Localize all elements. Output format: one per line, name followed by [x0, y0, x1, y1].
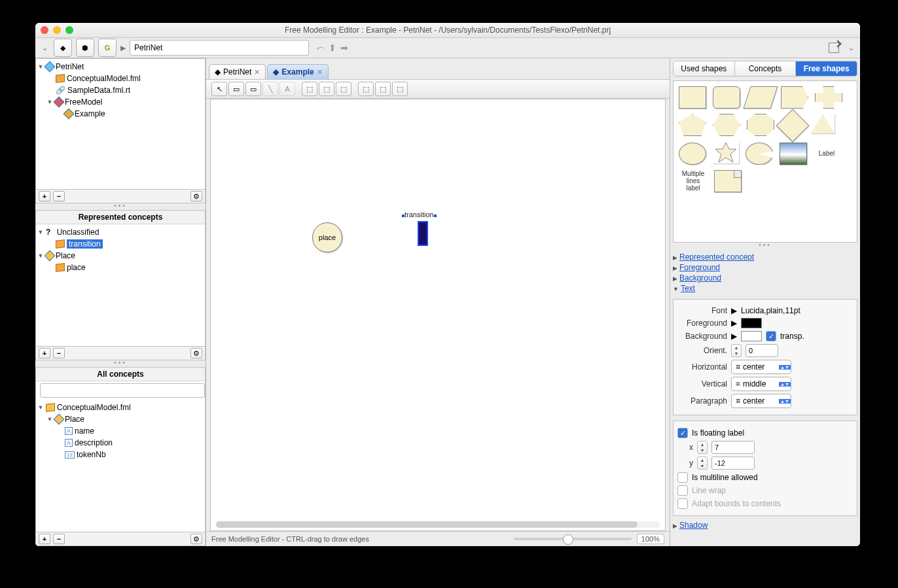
- shape-triangle[interactable]: [811, 114, 835, 133]
- sec-represented-concept[interactable]: Represented concept: [679, 252, 754, 262]
- x-input[interactable]: [711, 441, 755, 454]
- sec-foreground[interactable]: Foreground: [679, 263, 720, 272]
- y-input[interactable]: [711, 457, 755, 470]
- all-concepts-tree[interactable]: ▼ConceptualModel.fml ▼Place Aname Adescr…: [36, 400, 205, 532]
- distribute-icon[interactable]: ⬚: [375, 82, 391, 96]
- align-left-icon[interactable]: ⬚: [302, 82, 317, 96]
- chevron-down-icon[interactable]: ⌄: [39, 44, 50, 52]
- y-stepper[interactable]: ▲▼: [697, 457, 708, 470]
- tab-free-shapes[interactable]: Free shapes: [796, 61, 857, 76]
- bg-color-swatch[interactable]: [741, 331, 762, 341]
- resize-handle[interactable]: •••: [670, 243, 860, 249]
- add-button[interactable]: +: [39, 348, 50, 358]
- distribute-icon[interactable]: ⬚: [358, 82, 374, 96]
- transition-shape[interactable]: [418, 221, 428, 246]
- chevron-down-icon-2[interactable]: ⌄: [846, 44, 856, 52]
- rect-tool-2[interactable]: ▭: [245, 82, 261, 96]
- traffic-lights: [41, 26, 73, 34]
- shape-parallelogram[interactable]: [743, 86, 778, 109]
- paragraph-combo[interactable]: ≡ center▲▼: [731, 394, 791, 408]
- represented-concepts-panel: Represented concepts ▼? Unclassified tra…: [35, 210, 206, 360]
- add-button[interactable]: +: [39, 191, 50, 201]
- x-stepper[interactable]: ▲▼: [697, 441, 708, 454]
- transition-label[interactable]: transition: [404, 211, 434, 218]
- tab-concepts[interactable]: Concepts: [735, 61, 797, 76]
- disclosure-icon[interactable]: ▶: [731, 332, 737, 341]
- shape-arrow[interactable]: [781, 86, 808, 109]
- app-icon-3[interactable]: G: [98, 39, 117, 57]
- adaptbounds-checkbox: [677, 498, 688, 509]
- multiline-checkbox[interactable]: [677, 472, 688, 483]
- nav-forward-icon[interactable]: ➡: [340, 43, 348, 53]
- fg-color-swatch[interactable]: [741, 318, 762, 328]
- minimize-icon[interactable]: [53, 26, 61, 34]
- orient-stepper[interactable]: ▲▼: [731, 344, 742, 357]
- app-icon-2[interactable]: ⬢: [76, 39, 94, 57]
- remove-button[interactable]: −: [53, 534, 65, 544]
- vertical-combo[interactable]: = middle▲▼: [731, 377, 791, 391]
- floating-checkbox[interactable]: ✓: [677, 428, 688, 438]
- zoom-slider[interactable]: [514, 538, 632, 540]
- align-center-icon[interactable]: ⬚: [319, 82, 334, 96]
- nav-arrows: ⤺ ⬆ ➡: [317, 43, 348, 53]
- shape-rect[interactable]: [679, 86, 706, 109]
- expand-button[interactable]: [829, 43, 839, 53]
- nav-back-icon[interactable]: ⤺: [317, 43, 325, 53]
- line-tool[interactable]: ╲: [262, 82, 278, 96]
- close-icon[interactable]: [41, 26, 48, 34]
- sec-background[interactable]: Background: [679, 273, 721, 283]
- shape-octagon[interactable]: [747, 114, 774, 136]
- status-bar: Free Modelling Editor - CTRL-drag to dra…: [206, 531, 670, 546]
- shape-ellipse[interactable]: [679, 143, 706, 165]
- disclosure-icon[interactable]: ▶: [731, 319, 737, 328]
- shape-file[interactable]: [714, 170, 742, 192]
- close-icon[interactable]: ✕: [317, 68, 323, 77]
- maximize-icon[interactable]: [65, 26, 73, 34]
- shape-image[interactable]: [780, 143, 807, 165]
- font-value: Lucida,plain,11pt: [741, 306, 800, 315]
- shape-plus[interactable]: [815, 86, 842, 109]
- shape-pacman[interactable]: [745, 143, 773, 165]
- shape-multiline-label[interactable]: Multiple lines label: [679, 170, 708, 191]
- resize-handle[interactable]: •••: [35, 203, 206, 210]
- remove-button[interactable]: −: [53, 191, 65, 201]
- shape-star[interactable]: [713, 143, 739, 164]
- panel-footer: + − ⚙: [36, 189, 205, 203]
- sec-text[interactable]: Text: [681, 284, 695, 293]
- disclosure-icon[interactable]: ▶: [731, 306, 737, 315]
- breadcrumb[interactable]: PetriNet: [130, 40, 309, 56]
- horizontal-combo[interactable]: ≡ center▲▼: [731, 360, 791, 374]
- resize-handle[interactable]: •••: [35, 360, 206, 367]
- gear-icon[interactable]: ⚙: [190, 348, 202, 358]
- add-button[interactable]: +: [39, 534, 50, 544]
- gear-icon[interactable]: ⚙: [190, 534, 202, 544]
- gear-icon[interactable]: ⚙: [190, 191, 202, 201]
- shape-hexagon[interactable]: [713, 114, 740, 136]
- sec-shadow[interactable]: Shadow: [679, 521, 708, 530]
- tab-example[interactable]: ◆Example✕: [267, 64, 328, 79]
- close-icon[interactable]: ✕: [254, 68, 260, 77]
- cursor-tool[interactable]: ↖: [211, 82, 227, 96]
- tab-petrinet[interactable]: ◆PetriNet✕: [209, 64, 266, 79]
- filter-input[interactable]: [40, 383, 205, 398]
- orient-input[interactable]: [745, 344, 778, 357]
- distribute-icon[interactable]: ⬚: [392, 82, 408, 96]
- rect-tool[interactable]: ▭: [228, 82, 244, 96]
- app-icon-1[interactable]: ◆: [54, 39, 72, 57]
- remove-button[interactable]: −: [53, 348, 65, 358]
- transp-checkbox[interactable]: ✓: [766, 331, 776, 341]
- canvas[interactable]: place transition: [210, 99, 666, 531]
- shape-diamond[interactable]: [776, 109, 810, 143]
- tab-used-shapes[interactable]: Used shapes: [674, 61, 735, 76]
- place-shape[interactable]: place: [312, 222, 342, 252]
- text-tool[interactable]: A: [279, 82, 295, 96]
- project-tree[interactable]: ▼PetriNet ConceptualModel.fml 🔗SampleDat…: [36, 59, 205, 189]
- represented-tree[interactable]: ▼? Unclassified transition ▼Place place: [36, 224, 205, 346]
- shape-pentagon[interactable]: [679, 114, 706, 136]
- shape-roundrect[interactable]: [713, 86, 740, 109]
- h-scrollbar[interactable]: [216, 521, 660, 528]
- align-right-icon[interactable]: ⬚: [336, 82, 351, 96]
- shape-label[interactable]: Label: [814, 143, 840, 164]
- nav-up-icon[interactable]: ⬆: [329, 43, 336, 53]
- zoom-value: 100%: [637, 534, 664, 544]
